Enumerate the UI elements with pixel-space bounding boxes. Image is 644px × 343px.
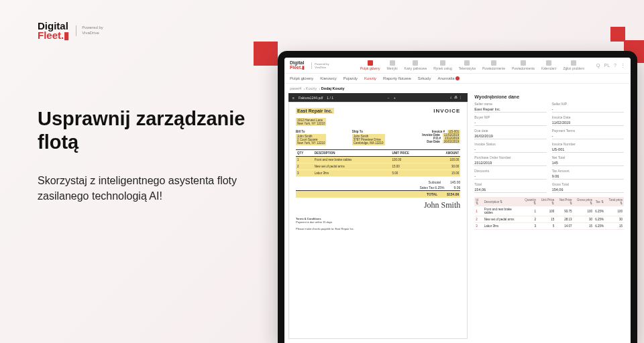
extracted-field[interactable]: Total154,06 xyxy=(474,182,546,193)
top-nav-item[interactable]: Karty paliwowe xyxy=(405,60,427,70)
sub-nav-item[interactable]: Kierowcy xyxy=(320,76,336,80)
top-nav-item[interactable]: Powiadomienie xyxy=(482,60,505,70)
extracted-field[interactable]: Discounts- xyxy=(474,169,546,180)
decor-square xyxy=(610,27,625,42)
extracted-field[interactable]: Net Total145 xyxy=(552,155,624,166)
nav-icon xyxy=(440,60,445,66)
pdf-filename: Faktura1244.pdf xyxy=(299,96,323,100)
extracted-field[interactable]: Purchase Order Number2312/2019 xyxy=(474,155,546,166)
extracted-field[interactable]: Tax Amount9.06 xyxy=(552,169,624,180)
hero: Usprawnij zarządzanie flotą Skorzystaj z… xyxy=(38,107,259,204)
breadcrumb: pawel4 › Koszty › Dodaj Koszty xyxy=(284,84,631,93)
pdf-page-indicator: 1 / 1 xyxy=(327,96,333,100)
pdf-toolbar: ≡ Faktura1244.pdf 1 / 1 − + ⤓🖶⋮ xyxy=(288,93,468,102)
top-nav-item[interactable]: Kalendarz xyxy=(541,60,557,70)
nav-icon xyxy=(390,60,395,66)
top-nav-item[interactable]: Zgłoś problem xyxy=(563,60,584,70)
ship-to: John Smith 3787 Pineview Drive Cambridge… xyxy=(352,134,385,145)
table-row: 1Front and rear brake cables100.00100.00 xyxy=(296,157,460,163)
powered-label: Powered by xyxy=(82,25,103,31)
table-row: 2New set of pedal arms15.0030.00 xyxy=(296,163,460,170)
header-action-icon[interactable]: ⋮ xyxy=(621,63,625,68)
crumb-section: Koszty xyxy=(306,86,317,90)
nav-icon xyxy=(491,60,496,66)
header-action-icon[interactable]: PL xyxy=(604,63,610,68)
content: ≡ Faktura1244.pdf 1 / 1 − + ⤓🖶⋮ East Rep… xyxy=(284,93,631,343)
nav-icon xyxy=(521,60,526,66)
extracted-field[interactable]: Seller nameEast Repair Inc. xyxy=(474,102,546,113)
table-row[interactable]: 3Labor 3hrs3514.07156.25%15 xyxy=(474,223,624,230)
extracted-lines-table: Id ⇅Description ⇅Quantity ⇅Unit Price ⇅N… xyxy=(474,197,624,230)
top-nav-item[interactable]: Pulpit główny xyxy=(360,60,380,70)
pdf-toolbar-icon[interactable]: ⋮ xyxy=(459,95,464,100)
logo-line2: Fleet xyxy=(38,29,61,41)
logo-accent-icon: .▮ xyxy=(61,29,69,41)
extracted-title: Wyodrębnione dane xyxy=(474,94,624,99)
header-action-icon[interactable]: ? xyxy=(614,63,616,68)
header-action-icon[interactable]: Q xyxy=(596,63,600,68)
extracted-data-pane: Wyodrębnione dane Seller nameEast Repair… xyxy=(472,93,627,339)
pdf-toolbar-icon[interactable]: ⤓ xyxy=(449,95,454,100)
app-powered-by: Powered by VivaDrive xyxy=(311,62,329,69)
nav-icon xyxy=(464,60,470,66)
top-nav-item[interactable]: Telematyka xyxy=(459,60,476,70)
invoice-totals: Subtotal145.00 Sales Tax 6.25%9.06 TOTAL… xyxy=(296,180,460,198)
nav-icon xyxy=(546,60,551,66)
company-address: 1912 Harvest Lane New York, NY 12210 xyxy=(296,118,326,126)
header-actions: QPL?⋮ xyxy=(596,63,625,68)
bill-to: John Smith 2 Court Square New York, NY 1… xyxy=(296,134,326,145)
extracted-field[interactable]: Invoice Date11/02/2019 xyxy=(552,115,624,126)
app-logo: Digital Fleet.▮ xyxy=(290,61,305,70)
powered-by: Powered by VivaDrive xyxy=(76,25,103,36)
invoice-company: East Repair Inc. xyxy=(296,108,334,114)
decor-square xyxy=(254,42,278,66)
zoom-out-icon[interactable]: − xyxy=(388,96,390,100)
hero-title: Usprawnij zarządzanie flotą xyxy=(38,107,259,154)
nav-icon xyxy=(368,60,373,66)
signature: John Smith xyxy=(296,200,460,210)
invoice-lines-table: QTYDESCRIPTIONUNIT PRICEAMOUNT 1Front an… xyxy=(296,149,460,177)
invoice-title: INVOICE xyxy=(433,108,460,114)
nav-icon xyxy=(571,60,576,66)
extracted-field[interactable]: Invoice NumberUS-001 xyxy=(552,142,624,153)
top-nav-item[interactable]: Rynek usług xyxy=(433,60,452,70)
sub-nav-item[interactable]: Szkody xyxy=(418,76,431,80)
invoice-meta: Invoice #US-001Invoice Date11/02/2019P.O… xyxy=(409,130,461,145)
top-nav-item[interactable]: Powiadomienia xyxy=(512,60,535,70)
pdf-pane: ≡ Faktura1244.pdf 1 / 1 − + ⤓🖶⋮ East Rep… xyxy=(288,93,468,339)
hero-subtitle: Skorzystaj z inteligentnego asystenta fl… xyxy=(38,173,259,204)
zoom-in-icon[interactable]: + xyxy=(394,96,396,100)
extracted-field[interactable]: Payment Terms- xyxy=(552,129,624,139)
sub-nav-item[interactable]: Raporty flotowe xyxy=(383,76,411,80)
sub-nav: Pulpit głównyKierowcyPojazdyKosztyRaport… xyxy=(284,73,631,84)
bill-to-label: Bill To xyxy=(296,130,348,133)
sub-nav-item[interactable]: Koszty xyxy=(364,76,376,80)
extracted-field[interactable]: Due date26/02/2019 xyxy=(474,129,546,139)
app-screenshot: Digital Fleet.▮ Powered by VivaDrive Pul… xyxy=(284,58,631,343)
sub-nav-item[interactable]: Pojazdy xyxy=(343,76,358,80)
extracted-fields: Seller nameEast Repair Inc.Seller NIP-Bu… xyxy=(474,102,624,193)
crumb-page: Dodaj Koszty xyxy=(321,86,345,90)
menu-icon[interactable]: ≡ xyxy=(292,96,294,100)
brand-logo: Digital Fleet.▮ Powered by VivaDrive xyxy=(38,21,103,41)
app-header: Digital Fleet.▮ Powered by VivaDrive Pul… xyxy=(284,58,631,73)
nav-icon xyxy=(413,60,418,66)
digital-fleet-logo: Digital Fleet.▮ xyxy=(38,21,69,41)
extracted-field[interactable]: Invoice Status- xyxy=(474,142,546,153)
extracted-field[interactable]: Buyer NIP- xyxy=(474,115,546,126)
pdf-toolbar-icon[interactable]: 🖶 xyxy=(454,95,459,100)
powered-name: VivaDrive xyxy=(82,31,103,36)
ship-to-label: Ship To xyxy=(352,130,405,133)
device-frame: Digital Fleet.▮ Powered by VivaDrive Pul… xyxy=(278,51,637,343)
table-row[interactable]: 2New set of pedal arms21528.13306.25%30 xyxy=(474,216,624,223)
table-row[interactable]: 1Front and rear brake cables110093.75100… xyxy=(474,206,624,216)
top-nav-item[interactable]: Metryki xyxy=(386,60,397,70)
alert-badge-icon xyxy=(455,76,460,80)
extracted-field[interactable]: Gross Total154,06 xyxy=(552,182,624,193)
extracted-field[interactable]: Seller NIP- xyxy=(552,102,624,113)
table-row: 3Labor 3hrs5.0015.00 xyxy=(296,170,460,177)
terms: Terms & Conditions Payment is due within… xyxy=(296,217,460,230)
sub-nav-item[interactable]: Pulpit główny xyxy=(290,76,313,80)
pdf-document: East Repair Inc. INVOICE 1912 Harvest La… xyxy=(288,102,468,339)
sub-nav-item[interactable]: Anomalia xyxy=(437,76,460,80)
